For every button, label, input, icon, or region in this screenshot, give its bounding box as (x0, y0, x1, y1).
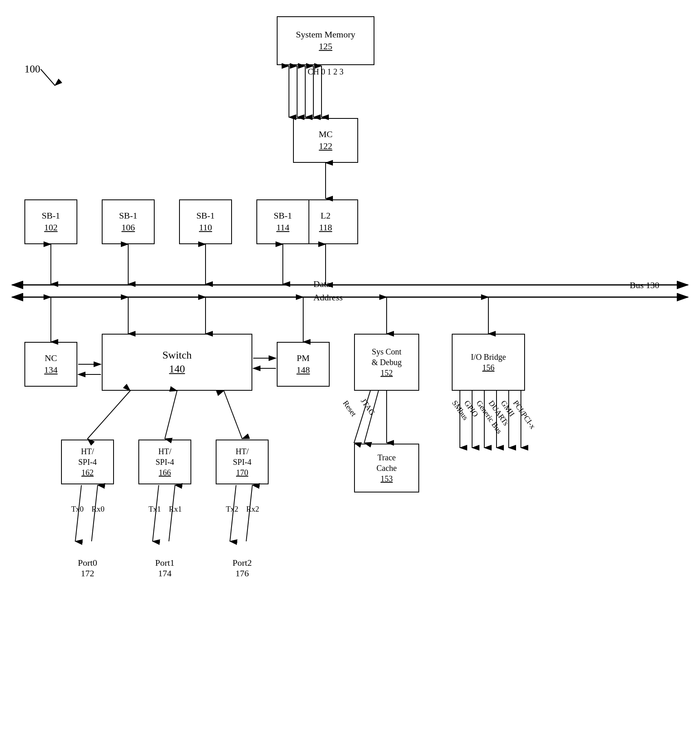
trace-cache-box: TraceCache 153 (354, 444, 419, 492)
nc-box: NC 134 (24, 342, 77, 387)
sb1-114-box: SB-1 114 (256, 199, 309, 244)
port1-id: 174 (138, 568, 191, 579)
sb1-106-id: 106 (122, 222, 135, 234)
mc-id: 122 (319, 140, 332, 152)
data-label: Data (313, 279, 330, 289)
pci-label: PCI/PCI-x (511, 399, 537, 431)
reset-label: Reset (341, 399, 358, 418)
l2-id: 118 (319, 222, 332, 234)
nc-label: NC (45, 352, 57, 364)
system-memory-label: System Memory (296, 29, 355, 41)
port2-text: Port2 (216, 558, 269, 568)
pm-label: PM (297, 352, 310, 364)
jtag-label: JTAG (359, 397, 377, 417)
address-label: Address (313, 292, 343, 303)
sys-cont-box: Sys Cont& Debug 152 (354, 334, 419, 391)
ht-spi4-162-box: HT/SPI-4 162 (61, 440, 114, 484)
l2-label: L2 (321, 210, 330, 222)
tx1-label: Tx1 (149, 505, 161, 514)
ht-spi4-162-label: HT/SPI-4 (78, 446, 97, 467)
sb1-110-label: SB-1 (196, 210, 214, 222)
channels-label: CH 0 1 2 3 (277, 67, 374, 77)
svg-line-47 (41, 69, 55, 85)
ht-spi4-166-box: HT/SPI-4 166 (138, 440, 191, 484)
sys-cont-id: 152 (381, 368, 393, 378)
port0-label: Port0 172 (61, 558, 114, 579)
switch-box: Switch 140 (102, 334, 252, 391)
system-memory-box: System Memory 125 (277, 16, 374, 65)
nc-id: 134 (44, 364, 58, 376)
port2-label: Port2 176 (216, 558, 269, 579)
svg-line-29 (88, 391, 130, 439)
svg-line-30 (165, 391, 177, 439)
ht-spi4-170-id: 170 (236, 467, 248, 478)
bus-label: Bus 130 (630, 280, 659, 291)
svg-line-33 (354, 391, 370, 443)
ht-spi4-162-id: 162 (81, 467, 94, 478)
trace-cache-label: TraceCache (376, 452, 397, 473)
rx2-label: Rx2 (246, 505, 259, 514)
port1-text: Port1 (138, 558, 191, 568)
mc-box: MC 122 (293, 118, 358, 163)
mc-label: MC (319, 129, 332, 140)
tx2-label: Tx2 (226, 505, 238, 514)
rx0-label: Rx0 (92, 505, 105, 514)
port0-text: Port0 (61, 558, 114, 568)
switch-label: Switch (162, 348, 192, 362)
port0-id: 172 (61, 568, 114, 579)
sb1-102-id: 102 (44, 222, 58, 234)
ref-label: 100 (24, 63, 40, 75)
ht-spi4-170-box: HT/SPI-4 170 (216, 440, 269, 484)
sb1-102-box: SB-1 102 (24, 199, 77, 244)
tx0-label: Tx0 (71, 505, 84, 514)
svg-line-31 (224, 391, 242, 439)
ht-spi4-170-label: HT/SPI-4 (233, 446, 252, 467)
io-bridge-box: I/O Bridge 156 (452, 334, 525, 391)
rx1-label: Rx1 (169, 505, 182, 514)
sb1-106-label: SB-1 (119, 210, 137, 222)
system-memory-id: 125 (319, 41, 332, 53)
port2-id: 176 (216, 568, 269, 579)
sys-cont-label: Sys Cont& Debug (372, 346, 402, 368)
sb1-106-box: SB-1 106 (102, 199, 155, 244)
pm-box: PM 148 (277, 342, 330, 387)
diagram: 100 System Memory 125 CH 0 1 2 3 MC 122 … (0, 0, 700, 744)
pm-id: 148 (297, 364, 310, 376)
ht-spi4-166-label: HT/SPI-4 (155, 446, 174, 467)
trace-cache-id: 153 (381, 473, 393, 484)
sb1-114-label: SB-1 (273, 210, 292, 222)
io-bridge-label: I/O Bridge (471, 352, 506, 362)
sb1-114-id: 114 (276, 222, 289, 234)
io-bridge-id: 156 (482, 362, 494, 373)
sb1-110-id: 110 (199, 222, 212, 234)
port1-label: Port1 174 (138, 558, 191, 579)
ht-spi4-166-id: 166 (159, 467, 171, 478)
sb1-102-label: SB-1 (42, 210, 60, 222)
sb1-110-box: SB-1 110 (179, 199, 232, 244)
switch-id: 140 (169, 362, 185, 376)
